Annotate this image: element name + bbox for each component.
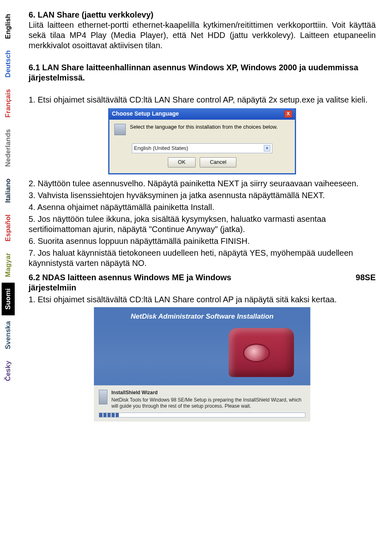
chevron-down-icon[interactable]: ▼ [264, 145, 270, 152]
step-2: 2. Näyttöön tulee asennusvelho. Näpäytä … [29, 179, 376, 189]
ok-button[interactable]: OK [168, 157, 196, 167]
step-4: 4. Asenna ohjaimet näpäyttämällä painike… [29, 202, 376, 212]
lang-tab-cesky[interactable]: Česky [3, 355, 13, 387]
setup-icon [114, 124, 126, 135]
heading-section-6-2: 6.2 NDAS laitteen asennus Windows ME ja … [29, 272, 376, 283]
lang-tab-espanol[interactable]: Español [3, 209, 13, 247]
installer-panel-text: NetDisk Tools for Windows 98 SE/Me Setup… [111, 397, 305, 409]
dialog-text: Select the language for this installatio… [130, 124, 278, 130]
lang-tab-italiano[interactable]: Italiano [3, 173, 13, 209]
lang-tab-francais[interactable]: Français [3, 83, 13, 123]
step-7: 7. Jos haluat käynnistää tietokoneen uud… [29, 248, 376, 268]
device-illustration [229, 328, 294, 377]
lang-tab-english[interactable]: English [3, 8, 13, 45]
installer-title: NetDisk Administrator Software Installat… [94, 307, 310, 324]
lang-tab-svenska[interactable]: Svenska [3, 315, 13, 355]
installer-panel-title: InstallShield Wizard [111, 390, 305, 396]
cancel-button[interactable]: Cancel [200, 157, 236, 167]
close-icon[interactable]: X [284, 110, 292, 118]
language-sidebar: English Deutsch Français Nederlands Ital… [0, 0, 16, 431]
heading-section-6-1: 6.1 LAN Share laitteenhallinnan asennus … [29, 62, 376, 83]
section-6-paragraph: Liitä laitteen ethernet-portti ethernet-… [29, 20, 376, 51]
progress-bar [99, 413, 305, 417]
progress-fill [99, 413, 120, 417]
lang-tab-deutsch[interactable]: Deutsch [3, 45, 13, 83]
lang-tab-nederlands[interactable]: Nederlands [3, 123, 13, 173]
step-62-1: 1. Etsi ohjaimet sisältävältä CD:ltä LAN… [29, 295, 376, 305]
choose-language-dialog: Choose Setup Language X Select the langu… [108, 108, 296, 174]
installshield-icon [99, 390, 107, 404]
language-select-value: English (United States) [134, 145, 188, 152]
step-6: 6. Suorita asennus loppuun näpäyttämällä… [29, 236, 376, 246]
step-1: 1. Etsi ohjaimet sisältävältä CD:ltä LAN… [29, 95, 376, 105]
language-select[interactable]: English (United States) ▼ [132, 143, 272, 153]
content-area: 6. LAN Share (jaettu verkkolevy) Liitä l… [16, 0, 392, 431]
step-3: 3. Vahvista lisenssiehtojen hyväksyminen… [29, 190, 376, 201]
step-5: 5. Jos näyttöön tulee ikkuna, joka sisäl… [29, 214, 376, 234]
dialog-title: Choose Setup Language [112, 110, 179, 118]
netdisk-installer: NetDisk Administrator Software Installat… [94, 307, 310, 422]
heading-section-6-2-cont: järjestelmiin [29, 283, 376, 293]
lang-tab-magyar[interactable]: Magyar [3, 247, 13, 283]
heading-section-6: 6. LAN Share (jaettu verkkolevy) [29, 10, 376, 20]
lang-tab-suomi[interactable]: Suomi [2, 283, 15, 315]
